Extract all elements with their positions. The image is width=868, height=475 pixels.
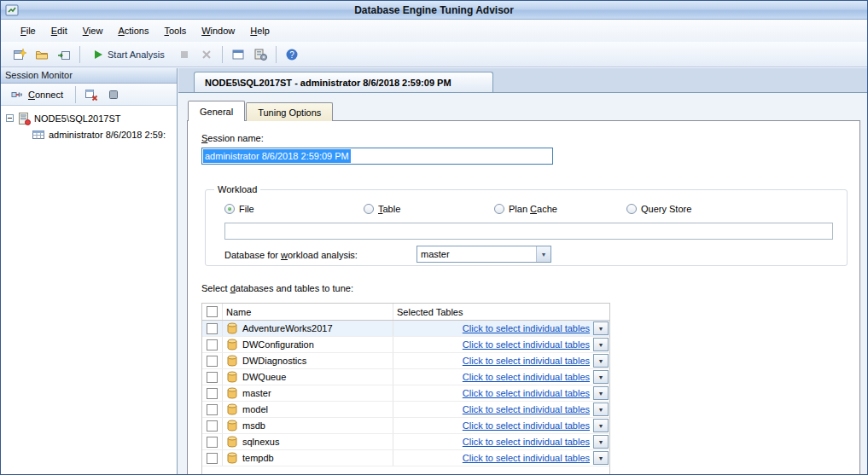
row-checkbox[interactable]: [207, 339, 218, 350]
selected-tables-cell: Click to select individual tables ▼: [393, 385, 609, 401]
tables-dropdown-button[interactable]: ▼: [593, 386, 609, 400]
tree-node-session[interactable]: administrator 8/6/2018 2:59:: [3, 126, 175, 142]
selected-tables-cell: Click to select individual tables ▼: [393, 337, 609, 352]
row-checkbox[interactable]: [207, 372, 218, 383]
tables-dropdown-button[interactable]: ▼: [593, 403, 609, 416]
radio-table[interactable]: Table: [364, 204, 400, 214]
menu-edit[interactable]: Edit: [44, 21, 75, 40]
cancel-x-icon: [200, 48, 213, 61]
select-tables-link[interactable]: Click to select individual tables: [463, 372, 590, 382]
select-tables-link[interactable]: Click to select individual tables: [463, 404, 590, 414]
select-tables-link[interactable]: Click to select individual tables: [463, 339, 590, 350]
chevron-down-icon: ▼: [598, 455, 604, 461]
svg-text:?: ?: [289, 49, 294, 59]
chevron-down-icon: ▼: [598, 326, 604, 332]
menu-view[interactable]: View: [75, 21, 111, 40]
table-row: sqlnexus Click to select individual tabl…: [202, 434, 609, 450]
select-tables-link[interactable]: Click to select individual tables: [463, 388, 590, 398]
selected-tables-column-header[interactable]: Selected Tables: [393, 304, 609, 320]
workload-file-input[interactable]: [224, 223, 833, 240]
session-name-input[interactable]: administrator 8/6/2018 2:59:09 PM: [201, 148, 553, 165]
play-icon: [93, 49, 103, 60]
tables-dropdown-button[interactable]: ▼: [593, 354, 609, 368]
session-name-label: Session name:: [201, 133, 264, 143]
radio-file[interactable]: File: [224, 204, 254, 214]
menu-window[interactable]: Window: [194, 21, 242, 40]
row-checkbox[interactable]: [207, 420, 218, 432]
tab-tuning-options[interactable]: Tuning Options: [246, 102, 333, 121]
tables-dropdown-button[interactable]: ▼: [593, 451, 609, 465]
selected-tables-cell: Click to select individual tables ▼: [393, 353, 609, 368]
chevron-down-icon[interactable]: ▼: [536, 246, 551, 262]
database-icon: [226, 436, 238, 448]
session-document-tab[interactable]: NODE5\SQL2017ST - administrator 8/6/2018…: [194, 72, 493, 92]
select-tables-link[interactable]: Click to select individual tables: [463, 453, 590, 463]
row-checkbox[interactable]: [207, 323, 218, 334]
databases-table: Name Selected Tables AdventureWorks2017 …: [201, 303, 610, 474]
connect-plug-icon: [11, 88, 25, 101]
tables-dropdown-button[interactable]: ▼: [593, 419, 609, 432]
table-row: msdb Click to select individual tables ▼: [202, 418, 609, 434]
database-combobox[interactable]: master ▼: [417, 246, 551, 263]
application-window: Database Engine Tuning Advisor File Edit…: [0, 0, 868, 475]
open-session-button[interactable]: [32, 44, 52, 65]
radio-plan-cache-label: Plan Cache: [509, 204, 557, 214]
select-tables-link[interactable]: Click to select individual tables: [463, 323, 590, 333]
database-combobox-value: master: [417, 246, 536, 262]
show-report-button[interactable]: [228, 44, 248, 65]
tree-node-server[interactable]: NODE5\SQL2017ST: [3, 110, 175, 126]
name-cell: msdb: [223, 418, 393, 433]
select-all-checkbox[interactable]: [207, 306, 218, 317]
connect-button[interactable]: Connect: [4, 84, 70, 105]
chevron-down-icon: ▼: [598, 374, 604, 380]
new-session-button[interactable]: [9, 44, 30, 65]
delete-session-icon: [84, 88, 98, 101]
menu-file[interactable]: File: [13, 21, 44, 40]
row-checkbox[interactable]: [207, 437, 218, 448]
radio-button-icon: [494, 204, 504, 214]
start-analysis-button[interactable]: Start Analysis: [85, 45, 172, 64]
checkbox-cell: [202, 402, 223, 417]
name-cell: sqlnexus: [223, 434, 393, 449]
tables-dropdown-button[interactable]: ▼: [593, 370, 609, 384]
table-row: DWDiagnostics Click to select individual…: [202, 353, 609, 369]
radio-button-icon: [626, 204, 637, 214]
tab-general[interactable]: General: [188, 101, 245, 121]
row-checkbox[interactable]: [207, 356, 218, 367]
help-button[interactable]: ?: [282, 44, 302, 65]
name-cell: model: [223, 402, 393, 417]
workload-group-label: Workload: [214, 184, 260, 194]
tables-dropdown-button[interactable]: ▼: [593, 338, 609, 351]
stop-session-button[interactable]: [103, 84, 124, 105]
table-row: DWQueue Click to select individual table…: [202, 369, 609, 385]
database-name: tempdb: [242, 453, 274, 463]
collapse-icon[interactable]: [6, 114, 14, 122]
select-tables-link[interactable]: Click to select individual tables: [463, 437, 590, 447]
select-tables-link[interactable]: Click to select individual tables: [463, 420, 590, 431]
database-name: DWConfiguration: [242, 339, 314, 350]
menu-tools[interactable]: Tools: [156, 21, 194, 40]
delete-session-button[interactable]: [81, 84, 102, 105]
row-checkbox[interactable]: [207, 404, 218, 415]
server-options-button[interactable]: [250, 44, 271, 65]
tables-dropdown-button[interactable]: ▼: [593, 435, 609, 449]
select-tables-link[interactable]: Click to select individual tables: [463, 356, 590, 366]
menu-actions[interactable]: Actions: [110, 21, 156, 40]
radio-query-store[interactable]: Query Store: [626, 204, 691, 214]
tables-dropdown-button[interactable]: ▼: [593, 321, 609, 335]
session-monitor-toolbar: Connect: [1, 84, 177, 106]
row-checkbox[interactable]: [207, 388, 218, 399]
row-checkbox[interactable]: [207, 453, 218, 464]
app-icon[interactable]: [5, 3, 19, 17]
name-cell: DWQueue: [223, 369, 393, 385]
name-column-header[interactable]: Name: [223, 304, 393, 320]
server-icon: [17, 112, 31, 125]
session-subtabs: General Tuning Options: [188, 101, 334, 121]
radio-query-store-label: Query Store: [641, 204, 691, 214]
menu-help[interactable]: Help: [242, 21, 277, 40]
radio-plan-cache[interactable]: Plan Cache: [494, 204, 557, 214]
menu-bar: File Edit View Actions Tools Window Help: [1, 20, 867, 42]
name-cell: AdventureWorks2017: [223, 321, 393, 336]
import-workload-button[interactable]: [54, 44, 74, 65]
database-icon: [226, 371, 238, 383]
